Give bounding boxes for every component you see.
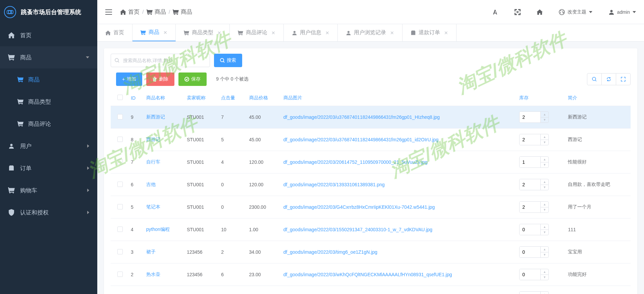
- sidebar-item-goods[interactable]: 商品: [0, 46, 97, 68]
- cell-name-link[interactable]: 吉他: [146, 182, 156, 187]
- home-icon[interactable]: [537, 9, 543, 15]
- fullscreen-icon[interactable]: [515, 9, 521, 15]
- table-row[interactable]: 4 python编程 STU001 10 1.00 df_goods/image…: [111, 218, 631, 241]
- sidebar-item-order[interactable]: 订单: [0, 157, 97, 179]
- refresh-button[interactable]: [601, 73, 616, 85]
- delete-button[interactable]: 删除: [146, 72, 174, 86]
- stock-input[interactable]: [520, 247, 540, 257]
- close-icon[interactable]: ✕: [217, 30, 221, 36]
- stepper-down-icon[interactable]: ▼: [541, 207, 548, 213]
- cell-name-link[interactable]: 笔记本: [146, 204, 160, 209]
- cell-image-link[interactable]: df_goods/image/2022/03/20614752_11095097…: [283, 159, 428, 165]
- stepper-up-icon[interactable]: ▲: [541, 202, 548, 207]
- close-icon[interactable]: ✕: [325, 30, 329, 36]
- tab[interactable]: 商品✕: [132, 24, 176, 41]
- sidebar-item-auth[interactable]: 认证和授权: [0, 201, 97, 224]
- save-button[interactable]: 保存: [178, 72, 207, 86]
- sidebar-sub-goods-type[interactable]: 商品类型: [0, 91, 97, 113]
- stepper-up-icon[interactable]: ▲: [541, 112, 548, 117]
- sidebar-sub-goods-comments[interactable]: 商品评论: [0, 113, 97, 135]
- table-row[interactable]: 7 自行车 STU001 4 120.00 df_goods/image/202…: [111, 151, 631, 174]
- stock-input[interactable]: [520, 134, 540, 145]
- stepper-down-icon[interactable]: ▼: [541, 117, 548, 123]
- checkbox[interactable]: [117, 137, 123, 142]
- stock-stepper[interactable]: ▲▼: [519, 269, 549, 280]
- select-all-header[interactable]: [111, 90, 127, 106]
- cell-name-link[interactable]: 裙子: [146, 249, 156, 254]
- stepper-up-icon[interactable]: ▲: [541, 269, 548, 275]
- cell-name-link[interactable]: 热水壶: [146, 272, 160, 277]
- tab[interactable]: 退款订单✕: [402, 24, 457, 41]
- table-row[interactable]: 8 西游记 STU001 5 45.00 df_goods/image/2022…: [111, 129, 631, 151]
- checkbox[interactable]: [117, 204, 123, 209]
- stock-stepper[interactable]: ▲▼: [519, 111, 549, 123]
- stepper-up-icon[interactable]: ▲: [541, 247, 548, 252]
- stepper-up-icon[interactable]: ▲: [541, 157, 548, 162]
- cell-image-link[interactable]: df_goods/image/2022/03/1550291347_240033…: [283, 227, 432, 232]
- stock-stepper[interactable]: ▲▼: [519, 291, 549, 294]
- sidebar-sub-goods-item[interactable]: 商品: [0, 68, 97, 91]
- tab[interactable]: 商品评论✕: [230, 24, 284, 41]
- table-row[interactable]: 1 三国演义 123456 0 45.00 df_goods/image/202…: [111, 286, 631, 294]
- tab[interactable]: 首页: [97, 24, 132, 41]
- col-seller[interactable]: 卖家昵称: [183, 90, 218, 106]
- breadcrumb-goods[interactable]: 商品: [147, 8, 166, 16]
- stepper-down-icon[interactable]: ▼: [541, 140, 548, 145]
- col-id[interactable]: ID: [127, 90, 143, 106]
- cell-name-link[interactable]: 自行车: [146, 159, 160, 164]
- table-row[interactable]: 9 新西游记 STU001 7 45.00 df_goods/image/202…: [111, 106, 631, 129]
- breadcrumb-home[interactable]: 首页: [120, 8, 140, 16]
- sidebar-toggle-icon[interactable]: [105, 9, 112, 15]
- stepper-down-icon[interactable]: ▼: [541, 275, 548, 280]
- stepper-down-icon[interactable]: ▼: [541, 185, 548, 190]
- stock-input[interactable]: [520, 292, 540, 294]
- tab[interactable]: 商品类型✕: [176, 24, 230, 41]
- stock-stepper[interactable]: ▲▼: [519, 224, 549, 235]
- stock-stepper[interactable]: ▲▼: [519, 134, 549, 145]
- font-icon[interactable]: [492, 9, 498, 15]
- table-row[interactable]: 6 吉他 STU001 0 120.00 df_goods/image/2022…: [111, 174, 631, 196]
- checkbox[interactable]: [117, 249, 123, 254]
- col-stock[interactable]: 库存: [516, 90, 565, 106]
- stock-stepper[interactable]: ▲▼: [519, 246, 549, 258]
- col-name[interactable]: 商品名称: [143, 90, 183, 106]
- stock-input[interactable]: [520, 224, 540, 235]
- col-intro[interactable]: 简介: [565, 90, 631, 106]
- close-icon[interactable]: ✕: [444, 30, 448, 36]
- user-dropdown[interactable]: admin: [608, 9, 636, 15]
- close-icon[interactable]: ✕: [163, 30, 167, 35]
- col-price[interactable]: 商品价格: [246, 90, 280, 106]
- stepper-up-icon[interactable]: ▲: [541, 179, 548, 185]
- checkbox[interactable]: [117, 182, 123, 187]
- stock-stepper[interactable]: ▲▼: [519, 156, 549, 168]
- stock-stepper[interactable]: ▲▼: [519, 201, 549, 213]
- stock-input[interactable]: [520, 202, 540, 212]
- cell-image-link[interactable]: df_goods/image/2022/03/timg6_oe1Z1gN.jpg: [283, 249, 377, 255]
- stock-input[interactable]: [520, 112, 540, 122]
- search-input[interactable]: [111, 54, 210, 67]
- cell-name-link[interactable]: 西游记: [146, 137, 160, 142]
- stepper-down-icon[interactable]: ▼: [541, 230, 548, 235]
- table-row[interactable]: 5 笔记本 STU001 0 2300.00 df_goods/image/20…: [111, 196, 631, 218]
- search-button[interactable]: 搜索: [214, 54, 242, 67]
- cell-image-link[interactable]: df_goods/image/2022/03/G4Cxrrbz8HxCmrIip…: [283, 204, 435, 210]
- stepper-down-icon[interactable]: ▼: [541, 252, 548, 258]
- stepper-down-icon[interactable]: ▼: [541, 162, 548, 168]
- theme-dropdown[interactable]: 改变主题: [559, 9, 592, 15]
- col-image[interactable]: 商品图片: [280, 90, 516, 106]
- close-icon[interactable]: ✕: [271, 30, 275, 36]
- sidebar-item-user[interactable]: 用户: [0, 135, 97, 157]
- stepper-up-icon[interactable]: ▲: [541, 224, 548, 230]
- checkbox[interactable]: [117, 272, 123, 277]
- view-button[interactable]: [587, 73, 602, 85]
- cell-name-link[interactable]: 新西游记: [146, 114, 165, 119]
- stock-input[interactable]: [520, 157, 540, 167]
- cell-image-link[interactable]: df_goods/image/2022/03/u3768740118244986…: [283, 114, 440, 120]
- table-row[interactable]: 3 裙子 123456 2 34.00 df_goods/image/2022/…: [111, 241, 631, 263]
- sidebar-item-cart[interactable]: 购物车: [0, 179, 97, 201]
- checkbox[interactable]: [117, 95, 123, 100]
- stock-input[interactable]: [520, 179, 540, 190]
- stock-input[interactable]: [520, 269, 540, 280]
- checkbox[interactable]: [117, 114, 123, 119]
- checkbox[interactable]: [117, 227, 123, 232]
